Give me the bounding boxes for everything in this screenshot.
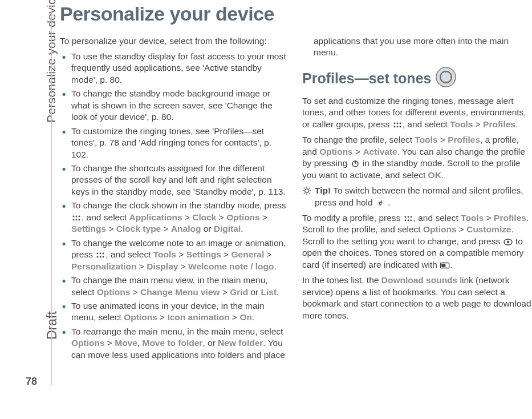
svg-point-34 — [410, 216, 412, 217]
list-item: To change the welcome note to an image o… — [60, 237, 290, 272]
list-item: To customize the ringing tones, see 'Pro… — [60, 126, 290, 160]
page-title: Personalize your device — [60, 3, 532, 25]
svg-point-2 — [79, 215, 80, 217]
tip-text: Tip! To switch between the normal and si… — [315, 186, 523, 207]
page-number: 78 — [26, 376, 37, 388]
draft-label-vertical: Draft — [44, 311, 60, 340]
svg-point-10 — [100, 256, 101, 258]
svg-point-32 — [404, 216, 406, 217]
margin-divider — [51, 6, 52, 385]
hash-key-icon: # — [375, 199, 385, 207]
page-content: Personalize your device To personalize y… — [60, 3, 532, 368]
svg-point-6 — [97, 253, 99, 255]
svg-point-8 — [103, 253, 104, 255]
svg-line-29 — [304, 193, 305, 194]
svg-point-15 — [396, 122, 398, 124]
svg-point-0 — [73, 215, 75, 217]
list-item: To change the shortcuts assigned for the… — [60, 163, 290, 198]
profiles-para-1: To set and customize the ringing tones, … — [302, 95, 532, 130]
power-key-icon — [350, 160, 360, 168]
svg-line-28 — [309, 193, 310, 194]
svg-point-1 — [76, 215, 78, 217]
svg-point-5 — [79, 219, 80, 220]
svg-rect-41 — [441, 264, 445, 267]
svg-point-19 — [399, 126, 401, 127]
profiles-para-2: To change the profile, select Tools > Pr… — [302, 134, 532, 181]
profiles-heading-text: Profiles—set tones — [302, 70, 431, 87]
list-item: To use animated icons in your device, in… — [60, 300, 290, 324]
svg-point-37 — [410, 219, 412, 221]
svg-point-3 — [73, 219, 75, 220]
svg-point-9 — [97, 256, 99, 258]
svg-point-12 — [436, 67, 456, 87]
svg-point-14 — [393, 122, 395, 124]
svg-point-11 — [103, 256, 104, 258]
apps-key-icon — [95, 251, 105, 259]
apps-key-icon — [71, 214, 82, 222]
profiles-para-3: To modify a profile, press , and select … — [302, 212, 532, 271]
list-item: To change the standby mode background im… — [60, 88, 290, 123]
svg-point-16 — [399, 122, 401, 124]
svg-line-27 — [304, 188, 305, 189]
svg-point-17 — [393, 126, 395, 127]
svg-point-22 — [305, 189, 308, 192]
svg-point-36 — [407, 219, 409, 221]
svg-point-4 — [76, 219, 78, 220]
svg-point-39 — [506, 241, 509, 243]
svg-point-35 — [404, 219, 406, 221]
svg-point-33 — [407, 216, 409, 217]
profiles-heading: Profiles—set tones — [302, 67, 532, 91]
apps-key-icon — [403, 215, 413, 223]
profiles-para-4: In the tones list, the Download sounds l… — [302, 275, 532, 321]
list-item: To use the standby display for fast acce… — [60, 51, 290, 86]
svg-text:#: # — [378, 199, 383, 207]
tip-icon — [302, 186, 311, 198]
intro-text: To personalize your device, select from … — [60, 35, 290, 47]
apps-key-icon — [392, 121, 403, 129]
scroll-key-icon — [503, 238, 513, 246]
tip-block: Tip! To switch between the normal and si… — [302, 185, 532, 208]
list-item: To change the main menu view, in the mai… — [60, 275, 290, 298]
list-item: To change the clock shown in the standby… — [60, 200, 290, 235]
memory-card-icon — [440, 261, 450, 269]
svg-point-7 — [100, 253, 101, 255]
left-margin: Personalize your device Draft 78 — [0, 0, 51, 419]
svg-point-18 — [396, 126, 398, 127]
svg-line-30 — [309, 188, 310, 189]
profiles-icon — [436, 67, 456, 91]
